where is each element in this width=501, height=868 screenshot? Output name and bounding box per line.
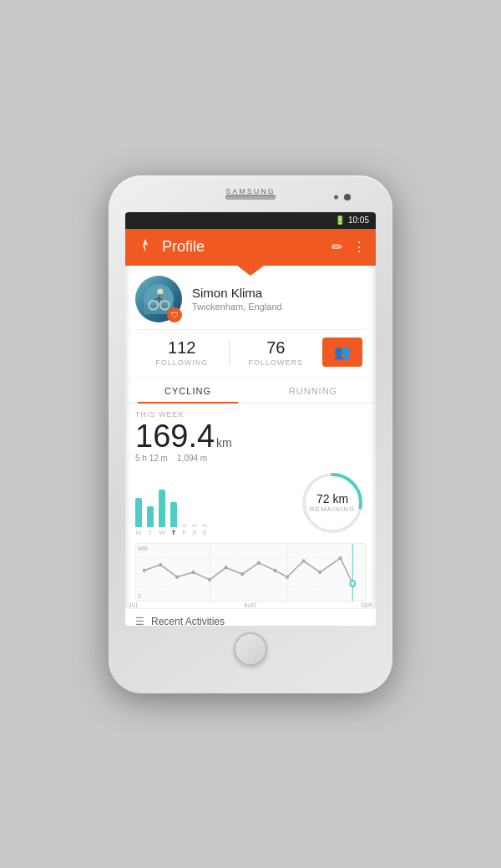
svg-point-21 bbox=[208, 577, 211, 581]
bar-thursday: T bbox=[170, 502, 177, 536]
svg-point-28 bbox=[318, 570, 321, 574]
weekly-bar-chart: M T W T bbox=[135, 495, 292, 536]
tab-cycling[interactable]: CYCLING bbox=[125, 379, 250, 403]
strava-logo bbox=[135, 237, 155, 257]
tab-indicator-triangle bbox=[237, 266, 264, 276]
day-t2-today: T bbox=[172, 529, 176, 536]
brand-label: SAMSUNG bbox=[225, 187, 276, 195]
activity-time: 5 h 12 m bbox=[135, 454, 168, 463]
svg-point-26 bbox=[286, 575, 289, 579]
recent-activities-section[interactable]: ☰ Recent Activities bbox=[125, 608, 376, 626]
remaining-label: REMAINING bbox=[310, 505, 355, 513]
following-stat[interactable]: 112 FOLLOWING bbox=[135, 335, 229, 370]
y-axis-min: 0 bbox=[138, 593, 141, 599]
remaining-value: 72 km bbox=[310, 492, 355, 505]
bar-m bbox=[135, 498, 142, 527]
front-camera bbox=[344, 194, 351, 201]
shield-icon: 🛡 bbox=[171, 311, 179, 319]
day-w: W bbox=[159, 529, 165, 536]
more-icon[interactable]: ⋮ bbox=[352, 239, 366, 255]
remaining-gauge: 72 km REMAINING bbox=[299, 470, 366, 536]
status-time: 10:05 bbox=[348, 216, 369, 225]
bar-w bbox=[159, 490, 165, 527]
day-s1: S bbox=[192, 529, 196, 536]
screen: 🔋 10:05 Profile ✏ ⋮ bbox=[125, 212, 376, 626]
profile-badge: 🛡 bbox=[167, 307, 182, 322]
status-bar: 🔋 10:05 bbox=[125, 212, 376, 229]
activity-tabs: CYCLING RUNNING bbox=[125, 379, 376, 404]
app-title: Profile bbox=[162, 238, 331, 256]
bar-monday: M bbox=[135, 498, 142, 536]
bar-s2 bbox=[202, 524, 207, 527]
app-bar-actions: ✏ ⋮ bbox=[331, 239, 366, 255]
following-label: FOLLOWING bbox=[135, 358, 229, 367]
svg-point-27 bbox=[302, 559, 306, 563]
line-chart-container: 488 0 bbox=[135, 543, 366, 602]
day-t1: T bbox=[149, 529, 153, 536]
app-bar: Profile ✏ ⋮ bbox=[125, 229, 376, 266]
svg-point-23 bbox=[240, 572, 244, 576]
friends-icon: 👥 bbox=[334, 344, 351, 360]
activity-section: THIS WEEK 169.4 km 5 h 12 m 1,094 m bbox=[125, 404, 376, 466]
day-m: M bbox=[136, 529, 142, 536]
bar-saturday: S bbox=[192, 524, 197, 536]
recent-label: Recent Activities bbox=[151, 616, 225, 626]
week-label: THIS WEEK bbox=[135, 410, 366, 419]
x-label-aug: AUG bbox=[244, 602, 256, 608]
tab-running[interactable]: RUNNING bbox=[250, 379, 376, 403]
activity-details: 5 h 12 m 1,094 m bbox=[135, 454, 366, 463]
followers-stat[interactable]: 76 FOLLOWERS bbox=[230, 335, 323, 370]
phone-frame: SAMSUNG 🔋 10:05 Profile ✏ ⋮ bbox=[109, 175, 392, 693]
list-icon: ☰ bbox=[135, 616, 144, 626]
bar-wednesday: W bbox=[159, 490, 165, 536]
svg-point-32 bbox=[351, 581, 354, 586]
day-f: F bbox=[183, 529, 187, 536]
followers-count: 76 bbox=[230, 338, 323, 358]
bar-friday: F bbox=[182, 524, 187, 536]
bar-s1 bbox=[192, 524, 197, 527]
phone-bottom bbox=[234, 632, 267, 666]
bar-sunday: S bbox=[202, 524, 207, 536]
svg-point-4 bbox=[157, 288, 163, 294]
find-friends-button[interactable]: 👥 bbox=[322, 338, 362, 367]
chart-gauge-row: M T W T bbox=[125, 466, 376, 536]
following-count: 112 bbox=[135, 338, 229, 358]
x-label-sep: SEP bbox=[361, 602, 372, 608]
svg-point-17 bbox=[143, 568, 146, 572]
bar-t2 bbox=[170, 502, 177, 527]
bar-tuesday: T bbox=[147, 506, 154, 536]
svg-point-25 bbox=[273, 568, 276, 572]
svg-point-18 bbox=[159, 562, 162, 566]
svg-point-29 bbox=[339, 556, 342, 560]
edit-icon[interactable]: ✏ bbox=[331, 239, 342, 255]
y-axis-max: 488 bbox=[138, 546, 148, 551]
bar-f bbox=[182, 524, 187, 527]
svg-point-22 bbox=[225, 566, 228, 570]
followers-label: FOLLOWERS bbox=[230, 358, 323, 367]
battery-icon: 🔋 bbox=[335, 216, 345, 225]
avatar-container: 🛡 bbox=[135, 276, 182, 322]
profile-info: Simon Klima Twickenham, England bbox=[192, 286, 366, 312]
activity-elevation: 1,094 m bbox=[177, 454, 207, 463]
profile-location: Twickenham, England bbox=[192, 302, 366, 312]
gauge-text: 72 km REMAINING bbox=[310, 492, 355, 513]
day-s2: S bbox=[202, 529, 206, 536]
physical-home-button[interactable] bbox=[234, 632, 267, 666]
line-chart-svg bbox=[136, 544, 365, 601]
profile-name: Simon Klima bbox=[192, 286, 366, 300]
distance-row: 169.4 km bbox=[135, 420, 366, 452]
svg-point-20 bbox=[192, 570, 195, 574]
distance-unit: km bbox=[216, 436, 232, 449]
sensor bbox=[334, 195, 338, 199]
bars-container: M T W T bbox=[135, 495, 292, 536]
phone-top: SAMSUNG bbox=[117, 185, 384, 209]
x-label-jul: JUL bbox=[129, 602, 139, 608]
svg-point-19 bbox=[175, 575, 179, 579]
distance-value: 169.4 bbox=[135, 420, 215, 452]
bar-t1 bbox=[147, 506, 154, 527]
svg-point-24 bbox=[257, 561, 261, 565]
stats-row: 112 FOLLOWING 76 FOLLOWERS 👥 bbox=[135, 329, 366, 378]
